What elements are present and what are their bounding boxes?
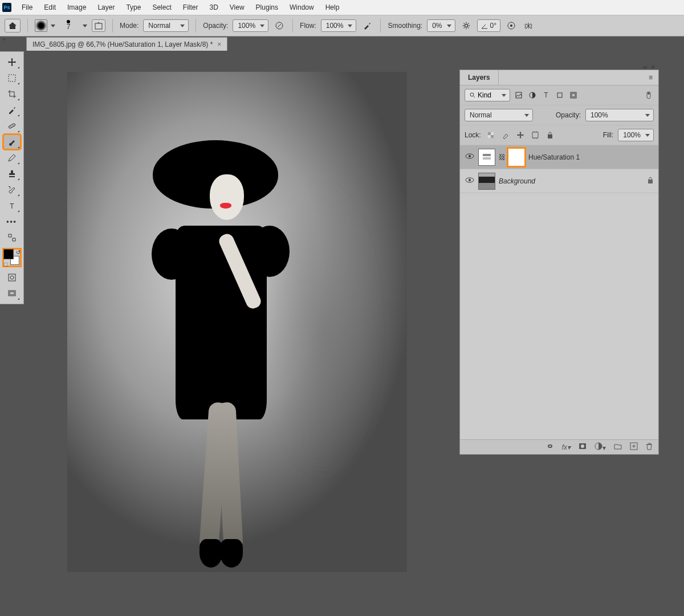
document-tab[interactable]: IMG_6805.jpg @ 66,7% (Hue/Saturation 1, …	[26, 37, 227, 51]
close-tab-button[interactable]: ×	[217, 40, 221, 48]
menu-filter[interactable]: Filter	[177, 1, 204, 14]
menu-view[interactable]: View	[224, 1, 250, 14]
lock-transparency-button[interactable]	[486, 130, 496, 140]
healing-tool[interactable]	[3, 119, 21, 133]
filter-pixel-icon[interactable]	[514, 90, 524, 100]
chevron-down-icon[interactable]	[83, 25, 87, 27]
visibility-toggle[interactable]	[465, 153, 475, 161]
opacity-select[interactable]: 100%	[233, 19, 268, 32]
menu-3d[interactable]: 3D	[203, 1, 223, 14]
smoothing-select[interactable]: 0%	[427, 19, 455, 32]
layers-tab[interactable]: Layers	[460, 70, 499, 85]
filter-shape-icon[interactable]	[555, 90, 565, 100]
document-canvas[interactable]	[67, 72, 407, 572]
airbrush-icon	[363, 21, 372, 30]
type-icon: T	[7, 201, 17, 210]
layer-fill-select[interactable]: 100%	[618, 129, 654, 141]
more-tools[interactable]: •••	[3, 214, 21, 229]
layer-name[interactable]: Background	[499, 177, 644, 185]
layer-name[interactable]: Hue/Saturation 1	[528, 153, 654, 161]
stamp-tool[interactable]	[3, 166, 21, 181]
link-mask-icon[interactable]: ⛓	[499, 153, 504, 161]
brush-tool[interactable]	[3, 134, 21, 149]
quickmask-tool[interactable]	[3, 270, 21, 285]
symmetry-button[interactable]	[522, 19, 535, 32]
adjustment-thumbnail[interactable]	[478, 149, 495, 166]
svg-point-7	[10, 126, 11, 127]
menu-window[interactable]: Window	[284, 1, 320, 14]
menu-image[interactable]: Image	[62, 1, 92, 14]
blend-mode-select[interactable]: Normal	[143, 19, 189, 32]
layer-row-hue-saturation[interactable]: ⛓ Hue/Saturation 1	[460, 145, 658, 169]
brush-angle-input[interactable]: 0°	[477, 19, 500, 32]
svg-point-11	[10, 276, 14, 279]
adjustment-icon	[595, 442, 602, 450]
layer-mask-thumbnail[interactable]	[508, 148, 525, 166]
svg-rect-0	[95, 23, 102, 29]
layer-blend-mode-select[interactable]: Normal	[465, 109, 533, 121]
flow-select[interactable]: 100%	[321, 19, 357, 32]
menu-help[interactable]: Help	[320, 1, 345, 14]
target-icon	[507, 21, 516, 30]
menu-type[interactable]: Type	[120, 1, 146, 14]
link-layers-button[interactable]	[546, 443, 554, 451]
layer-thumbnail[interactable]	[478, 173, 495, 190]
svg-rect-10	[9, 274, 15, 281]
svg-point-29	[469, 155, 471, 157]
crop-tool[interactable]	[3, 87, 21, 101]
airbrush-button[interactable]	[361, 19, 373, 32]
brush-settings-button[interactable]	[92, 19, 105, 32]
svg-rect-15	[516, 92, 522, 98]
menu-edit[interactable]: Edit	[38, 1, 62, 14]
brush-size-display[interactable]: 7	[60, 20, 77, 31]
filter-adjustment-icon[interactable]	[527, 90, 538, 100]
menu-select[interactable]: Select	[146, 1, 177, 14]
filter-smart-icon[interactable]	[568, 90, 579, 100]
menu-file[interactable]: File	[16, 1, 38, 14]
svg-rect-30	[483, 154, 491, 156]
lock-image-button[interactable]	[500, 130, 511, 140]
filter-type-icon[interactable]: T	[541, 90, 551, 100]
visibility-toggle[interactable]	[465, 177, 475, 185]
eyedropper-tool[interactable]	[3, 103, 21, 117]
pressure-size-button[interactable]	[505, 19, 518, 32]
svg-rect-26	[532, 132, 538, 138]
lock-all-button[interactable]	[545, 130, 555, 140]
type-tool[interactable]: T	[3, 198, 21, 213]
filter-toggle[interactable]	[644, 90, 654, 100]
filter-kind-select[interactable]: Kind	[465, 89, 510, 101]
layer-row-background[interactable]: Background	[460, 169, 658, 193]
history-brush-tool[interactable]	[3, 182, 21, 197]
new-group-button[interactable]	[614, 443, 622, 451]
layer-opacity-select[interactable]: 100%	[585, 109, 654, 121]
svg-point-21	[648, 92, 650, 95]
menu-layer[interactable]: Layer	[92, 1, 120, 14]
swap-colors-icon[interactable]: ↺	[16, 249, 21, 255]
photo-subject	[158, 140, 307, 562]
foreground-background-colors[interactable]: ↺ ⬚	[3, 249, 21, 266]
pressure-opacity-button[interactable]	[273, 19, 286, 32]
default-colors-icon[interactable]: ⬚	[3, 262, 9, 267]
edit-toolbar-button[interactable]	[3, 230, 21, 245]
layer-fx-button[interactable]: fx▾	[562, 443, 571, 451]
screen-mode-tool[interactable]	[3, 286, 21, 301]
collapse-panels-button[interactable]: »	[2, 36, 5, 42]
marquee-tool[interactable]	[3, 71, 21, 85]
lock-artboard-button[interactable]	[530, 130, 540, 140]
delete-layer-button[interactable]	[646, 442, 653, 452]
layers-panel-footer: fx▾ ▾	[460, 439, 658, 454]
panel-menu-button[interactable]: ≡	[643, 70, 658, 85]
lock-position-button[interactable]	[515, 130, 526, 140]
move-tool[interactable]	[3, 55, 21, 70]
new-adjustment-button[interactable]: ▾	[595, 442, 606, 452]
close-panel-button[interactable]: ×	[651, 63, 655, 71]
new-layer-button[interactable]	[630, 442, 638, 452]
brush-preset-picker[interactable]	[35, 19, 55, 32]
menu-plugins[interactable]: Plugins	[250, 1, 284, 14]
home-button[interactable]	[5, 19, 21, 32]
collapse-panel-button[interactable]: ‹‹	[643, 63, 648, 71]
add-mask-button[interactable]	[579, 443, 587, 451]
foreground-color-swatch[interactable]	[3, 249, 14, 259]
mixer-brush-tool[interactable]	[3, 150, 21, 165]
smoothing-settings-button[interactable]	[460, 19, 473, 32]
